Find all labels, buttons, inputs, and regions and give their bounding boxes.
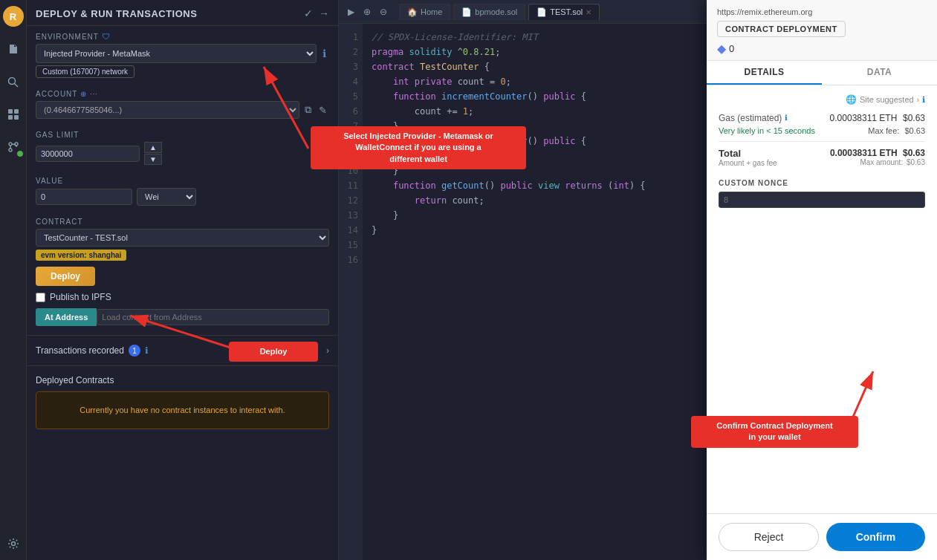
sidebar: R <box>0 0 27 560</box>
deploy-panel: DEPLOY & RUN TRANSACTIONS ✓ → ENVIRONMEN… <box>27 0 339 560</box>
environment-info-icon[interactable]: 🛡 <box>102 32 111 41</box>
value-row: Wei <box>36 188 329 206</box>
gas-row: ▲ ▼ <box>36 142 329 165</box>
mm-header: https://remix.ethereum.org CONTRACT DEPL… <box>707 0 937 61</box>
search-icon[interactable] <box>3 71 24 92</box>
svg-point-10 <box>11 542 15 546</box>
publish-checkbox[interactable] <box>36 293 45 302</box>
zoom-out-icon[interactable]: ⊖ <box>377 5 390 19</box>
contract-deployment-btn[interactable]: CONTRACT DEPLOYMENT <box>717 21 846 37</box>
max-amount: Max amount: $0.63 <box>830 158 925 166</box>
mm-tab-details[interactable]: DETAILS <box>707 61 822 85</box>
gas-usd-value: $0.63 <box>903 113 925 123</box>
avatar-icon[interactable]: R <box>3 6 24 27</box>
mm-tabs: DETAILS DATA <box>707 61 937 85</box>
svg-point-0 <box>9 77 16 84</box>
likely-text: Very likely in < 15 seconds <box>719 126 815 135</box>
transactions-row[interactable]: Transactions recorded 1 ℹ › <box>27 339 338 362</box>
total-eth: 0.00038311 ETH $0.63 <box>830 148 925 158</box>
eth-diamond-icon: ◆ <box>717 42 726 56</box>
tab-controls: ▶ ⊕ ⊖ <box>345 5 390 19</box>
environment-label: ENVIRONMENT 🛡 <box>36 32 329 41</box>
gas-limit-input[interactable] <box>36 146 140 162</box>
plugin-icon[interactable] <box>3 104 24 125</box>
at-address-row: At Address <box>36 308 329 326</box>
contract-label: CONTRACT <box>36 218 329 226</box>
check-icon[interactable]: ✓ <box>304 7 313 19</box>
mm-body: 🌐 Site suggested › ℹ Gas (estimated) ℹ 0… <box>707 85 937 513</box>
total-row: Total Amount + gas fee 0.00038311 ETH $0… <box>719 148 925 167</box>
eth-balance: 0 <box>729 43 734 54</box>
play-icon[interactable]: ▶ <box>345 5 357 19</box>
deployed-contracts-section: Deployed Contracts Currently you have no… <box>27 369 338 435</box>
svg-rect-2 <box>8 109 13 114</box>
tab-test-sol-label: TEST.sol <box>550 7 583 16</box>
gas-detail-row: Gas (estimated) ℹ 0.00038311 ETH $0.63 <box>719 112 925 123</box>
edit-account-btn[interactable]: ✎ <box>317 103 329 117</box>
confirm-button[interactable]: Confirm <box>826 523 925 551</box>
deployed-contracts-title: Deployed Contracts <box>36 375 329 385</box>
mm-url: https://remix.ethereum.org <box>717 7 927 16</box>
tab-bpmode[interactable]: 📄 bpmode.sol <box>453 4 525 20</box>
svg-rect-3 <box>14 109 19 114</box>
svg-rect-5 <box>14 115 19 120</box>
at-address-input[interactable] <box>97 309 329 325</box>
environment-info-btn[interactable]: ℹ <box>320 46 329 61</box>
deploy-title: DEPLOY & RUN TRANSACTIONS <box>36 8 197 19</box>
network-badge: Custom (167007) network <box>36 65 134 78</box>
mm-eth-row: ◆ 0 <box>717 42 927 56</box>
environment-select[interactable]: Injected Provider - MetaMask <box>36 44 317 63</box>
tab-test-sol[interactable]: 📄 TEST.sol ✕ <box>528 4 600 20</box>
no-contracts-text: Currently you have no contract instances… <box>80 406 285 414</box>
gas-section: GAS LIMIT ▲ ▼ <box>27 125 338 171</box>
gas-label: Gas (estimated) ℹ <box>719 113 788 123</box>
transactions-info-icon[interactable]: ℹ <box>145 345 149 356</box>
line-numbers: 12345 678910 111213141516 <box>339 24 363 560</box>
site-info-icon[interactable]: ℹ <box>922 95 925 105</box>
gas-label: GAS LIMIT <box>36 131 329 139</box>
evm-badge: evm version: shanghai <box>36 250 126 261</box>
arrow-icon[interactable]: → <box>319 7 329 19</box>
files-icon[interactable] <box>3 39 24 59</box>
account-row: (0.4646677585046...) ⧉ ✎ <box>36 101 329 119</box>
git-icon[interactable] <box>3 137 24 157</box>
metamask-overlay: https://remix.ethereum.org CONTRACT DEPL… <box>707 0 937 560</box>
amount-gas-note: Amount + gas fee <box>719 159 777 167</box>
gas-down-btn[interactable]: ▼ <box>144 154 162 165</box>
nonce-input[interactable] <box>719 192 925 208</box>
value-input[interactable] <box>36 189 132 205</box>
settings-icon[interactable] <box>3 533 24 554</box>
account-dots-icon[interactable]: ⋯ <box>90 90 98 98</box>
gas-eth-value: 0.00038311 ETH <box>830 113 898 123</box>
mm-tab-data[interactable]: DATA <box>822 61 937 85</box>
close-testsol-icon[interactable]: ✕ <box>586 8 591 16</box>
bpmode-icon: 📄 <box>461 7 472 17</box>
account-label: ACCOUNT ⊕ ⋯ <box>36 90 329 98</box>
copy-account-btn[interactable]: ⧉ <box>302 102 314 117</box>
nonce-label: CUSTOM NONCE <box>719 179 925 187</box>
wei-select[interactable]: Wei <box>137 188 196 206</box>
no-contracts-box: Currently you have no contract instances… <box>36 391 329 429</box>
site-suggested-row: 🌐 Site suggested › ℹ <box>719 94 925 105</box>
chevron-right-icon[interactable]: › <box>917 96 919 104</box>
account-plus-icon[interactable]: ⊕ <box>80 90 87 98</box>
gas-up-btn[interactable]: ▲ <box>144 142 162 153</box>
max-fee-text: Max fee: $0.63 <box>868 126 925 135</box>
deploy-button[interactable]: Deploy <box>36 267 95 286</box>
svg-point-6 <box>9 149 12 152</box>
svg-line-1 <box>15 83 19 87</box>
globe-icon: 🌐 <box>846 94 857 105</box>
account-select[interactable]: (0.4646677585046...) <box>36 101 299 119</box>
transactions-expand-icon[interactable]: › <box>326 345 329 356</box>
contract-select[interactable]: TestCounter - TEST.sol <box>36 229 329 247</box>
deploy-header: DEPLOY & RUN TRANSACTIONS ✓ → <box>27 0 338 26</box>
site-suggested-text: Site suggested <box>860 95 914 104</box>
tab-home[interactable]: 🏠 Home <box>399 4 450 20</box>
transactions-left: Transactions recorded 1 ℹ <box>36 345 149 356</box>
likely-row: Very likely in < 15 seconds Max fee: $0.… <box>719 126 925 135</box>
at-address-button[interactable]: At Address <box>36 308 97 326</box>
zoom-in-icon[interactable]: ⊕ <box>360 5 374 19</box>
tab-home-label: Home <box>421 7 442 16</box>
reject-button[interactable]: Reject <box>719 523 819 551</box>
gas-info-icon[interactable]: ℹ <box>785 114 788 122</box>
